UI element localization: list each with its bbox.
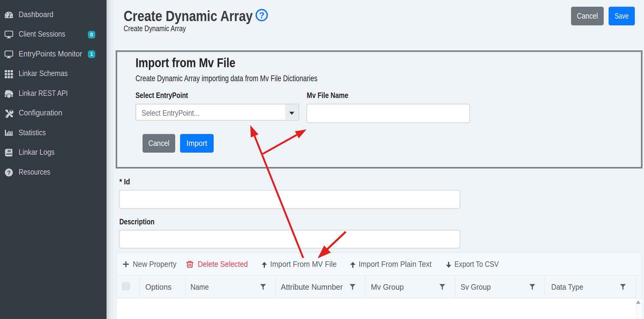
svg-text:?: ? <box>259 10 265 20</box>
svg-text:?: ? <box>7 169 11 176</box>
